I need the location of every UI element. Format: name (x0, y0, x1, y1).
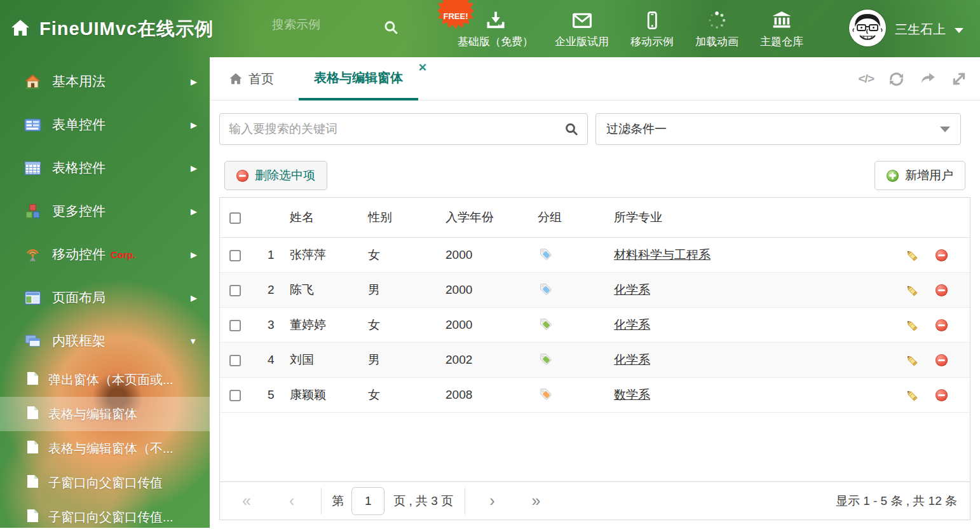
sidebar-item-more-controls[interactable]: 更多控件 ▶ (0, 190, 210, 233)
delete-icon[interactable] (936, 389, 948, 401)
nav-mobile-demo[interactable]: 移动示例 (630, 8, 674, 49)
chevron-down-icon (940, 127, 950, 132)
avatar[interactable] (849, 10, 886, 46)
sidebar-item-basic-usage[interactable]: 基本用法 ▶ (0, 60, 210, 103)
sidebar-item-label: 内联框架 (52, 332, 105, 350)
table-row: 5 康颖颖 女 2008 数学系 (220, 378, 970, 413)
tab-home[interactable]: 首页 (229, 57, 274, 100)
cell-year: 2002 (446, 353, 538, 367)
sidebar-subitem[interactable]: 表格与编辑窗体 (0, 397, 210, 431)
sidebar-subitem[interactable]: 子窗口向父窗口传值... (0, 500, 210, 531)
fullscreen-icon[interactable] (951, 71, 967, 87)
delete-icon[interactable] (936, 249, 948, 261)
nav-label: 移动示例 (630, 34, 674, 49)
grid-toolbar: 删除选中项 新增用户 (219, 153, 970, 197)
nav-basic-edition[interactable]: 基础版（免费） (458, 8, 533, 49)
page-suffix-label: 页 , 共 3 页 (393, 493, 453, 509)
home-icon[interactable] (10, 18, 31, 41)
chevron-right-icon: ▶ (191, 293, 197, 303)
page-number-input[interactable] (351, 487, 385, 515)
sidebar-item-mobile-controls[interactable]: 移动控件 Corp. ▶ (0, 233, 210, 276)
sidebar-item-page-layout[interactable]: 页面布局 ▶ (0, 276, 210, 319)
cubes-icon (24, 203, 41, 220)
sidebar-item-label: 表格控件 (52, 159, 105, 177)
sidebar-item-grid-controls[interactable]: 表格控件 ▶ (0, 146, 210, 190)
major-link[interactable]: 化学系 (614, 353, 650, 366)
nav-enterprise-trial[interactable]: 企业版试用 (555, 8, 609, 49)
row-index: 5 (261, 388, 290, 402)
keyword-search-input[interactable] (219, 113, 588, 145)
tab-active-label: 表格与编辑窗体 (314, 71, 403, 85)
antenna-icon (24, 246, 41, 263)
edit-icon[interactable] (904, 388, 919, 403)
sidebar-subitem[interactable]: 子窗口向父窗口传值 (0, 465, 210, 500)
delete-icon[interactable] (936, 354, 948, 366)
table-header-row: 姓名 性别 入学年份 分组 所学专业 (220, 198, 970, 238)
next-page-button[interactable]: › (489, 493, 494, 509)
tag-icon (538, 355, 552, 368)
major-link[interactable]: 化学系 (614, 283, 650, 296)
open-new-window-icon[interactable] (919, 70, 937, 88)
cell-major: 数学系 (614, 387, 892, 403)
add-user-button[interactable]: 新增用户 (875, 161, 965, 190)
delete-icon[interactable] (936, 284, 948, 296)
row-checkbox[interactable] (229, 355, 241, 366)
user-menu[interactable]: 三生石上 (895, 21, 963, 38)
chevron-right-icon: ▶ (191, 250, 197, 259)
pagination-bar: « ‹ 第 页 , 共 3 页 › » 显示 1 - 5 条 , 共 12 条 (220, 481, 970, 520)
tag-icon (538, 320, 552, 333)
refresh-icon[interactable] (888, 71, 905, 88)
main-panel: 首页 表格与编辑窗体 ✕ </> (210, 57, 980, 531)
major-link[interactable]: 数学系 (614, 388, 650, 401)
filter-dropdown[interactable]: 过滤条件一 (595, 113, 961, 145)
major-link[interactable]: 材料科学与工程系 (614, 248, 711, 261)
tag-icon (538, 250, 552, 263)
sidebar-subitem[interactable]: 弹出窗体（本页面或... (0, 362, 210, 397)
header-search-input[interactable] (272, 18, 380, 32)
tab-grid-edit-window[interactable]: 表格与编辑窗体 ✕ (299, 57, 418, 100)
sidebar-item-form-controls[interactable]: 表单控件 ▶ (0, 103, 210, 146)
row-checkbox[interactable] (229, 390, 241, 401)
table-row: 2 陈飞 男 2000 化学系 (220, 273, 970, 308)
delete-icon[interactable] (936, 319, 948, 331)
search-icon[interactable] (383, 19, 399, 38)
frames-icon (24, 333, 41, 350)
cell-actions (892, 318, 970, 333)
sidebar-subitem[interactable]: 表格与编辑窗体（不... (0, 431, 210, 465)
cell-gender: 男 (368, 282, 446, 298)
tag-icon (538, 390, 552, 403)
header: FineUIMvc在线示例 FREE! 基础版（免费） 企业版试用 (0, 0, 980, 57)
nav-loading-animation[interactable]: 加载动画 (695, 8, 738, 49)
add-user-label: 新增用户 (905, 167, 953, 184)
cell-name: 董婷婷 (290, 317, 368, 333)
cell-major: 材料科学与工程系 (614, 247, 892, 263)
edit-icon[interactable] (904, 283, 919, 298)
divider (321, 488, 322, 514)
edit-icon[interactable] (904, 318, 919, 333)
last-page-button[interactable]: » (532, 493, 541, 509)
nav-label: 企业版试用 (555, 34, 609, 49)
row-checkbox[interactable] (229, 250, 241, 261)
close-icon[interactable]: ✕ (418, 62, 427, 73)
row-checkbox[interactable] (229, 320, 241, 331)
table-body: 1 张萍萍 女 2000 材料科学与工程系 (220, 238, 970, 413)
first-page-button[interactable]: « (242, 493, 251, 509)
select-all-checkbox[interactable] (229, 212, 241, 224)
cell-major: 化学系 (614, 282, 892, 298)
delete-selected-button[interactable]: 删除选中项 (224, 161, 327, 190)
edit-icon[interactable] (904, 353, 919, 368)
cell-group (538, 246, 614, 264)
view-source-icon[interactable]: </> (859, 72, 874, 86)
user-name: 三生石上 (895, 22, 946, 36)
major-link[interactable]: 化学系 (614, 318, 650, 331)
data-grid: 姓名 性别 入学年份 分组 所学专业 1 张萍萍 女 2000 (219, 197, 970, 520)
edit-icon[interactable] (904, 248, 919, 263)
search-icon[interactable] (564, 121, 579, 139)
prev-page-button[interactable]: ‹ (289, 493, 294, 509)
chevron-right-icon: ▶ (191, 207, 197, 216)
sidebar-subitem-label: 表格与编辑窗体（不... (48, 440, 174, 457)
row-checkbox[interactable] (229, 285, 241, 296)
row-index: 3 (261, 318, 290, 332)
sidebar-item-iframe[interactable]: 内联框架 ▼ (0, 319, 210, 362)
nav-theme-store[interactable]: 主题仓库 (760, 8, 803, 49)
